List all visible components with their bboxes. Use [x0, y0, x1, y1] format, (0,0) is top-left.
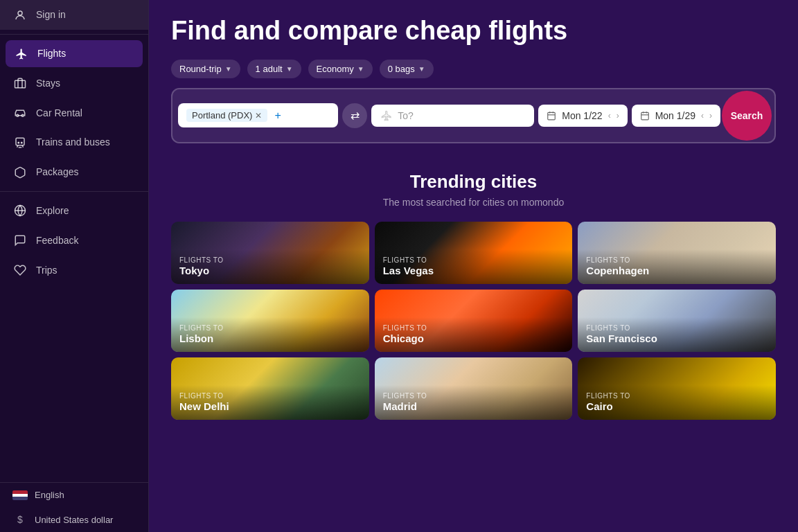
- bags-button[interactable]: 0 bags ▼: [380, 60, 434, 78]
- date-from-next[interactable]: ›: [617, 111, 619, 121]
- sidebar-item-flights[interactable]: Flights: [6, 40, 143, 67]
- sidebar-currency[interactable]: $ United States dollar: [0, 507, 148, 532]
- search-options-row: Round-trip ▼ 1 adult ▼ Economy ▼ 0 bags …: [171, 60, 776, 78]
- date-to-prev[interactable]: ‹: [701, 111, 704, 121]
- origin-input-group[interactable]: Portland (PDX) ✕ +: [178, 103, 338, 127]
- signin-label: Sign in: [36, 9, 66, 20]
- heart-icon: [12, 263, 28, 276]
- sidebar-language[interactable]: English: [0, 483, 148, 507]
- search-bar: Portland (PDX) ✕ + ⇄ To? Mon 1/22 ‹ › Mo…: [171, 88, 776, 143]
- train-icon: [12, 136, 28, 149]
- trains-buses-label: Trains and buses: [36, 136, 110, 148]
- sidebar-item-car-rental[interactable]: Car Rental: [0, 98, 148, 127]
- sidebar-item-stays[interactable]: Stays: [0, 69, 148, 98]
- destination-input[interactable]: To?: [371, 105, 534, 127]
- origin-tag: Portland (PDX) ✕: [186, 109, 267, 122]
- city-overlay-sanfrancisco: FLIGHTS TO San Francisco: [578, 317, 776, 352]
- city-label-tokyo: FLIGHTS TO: [179, 256, 361, 265]
- explore-label: Explore: [36, 205, 69, 216]
- sidebar-bottom: English $ United States dollar: [0, 482, 148, 532]
- city-card-tokyo[interactable]: FLIGHTS TO Tokyo: [171, 222, 369, 284]
- globe-icon: [12, 204, 28, 218]
- city-label-lisbon: FLIGHTS TO: [179, 324, 361, 332]
- city-card-cairo[interactable]: FLIGHTS TO Cairo: [578, 357, 776, 420]
- city-overlay-chicago: FLIGHTS TO Chicago: [375, 317, 573, 352]
- sidebar-item-packages[interactable]: Packages: [0, 157, 148, 187]
- city-name-chicago: Chicago: [383, 332, 565, 345]
- city-card-chicago[interactable]: FLIGHTS TO Chicago: [375, 290, 573, 352]
- sidebar-item-explore[interactable]: Explore: [0, 196, 148, 226]
- city-name-copenhagen: Copenhagen: [586, 265, 768, 277]
- city-overlay-cairo: FLIGHTS TO Cairo: [578, 385, 776, 420]
- sidebar-divider-2: [0, 191, 148, 192]
- city-label-newdelhi: FLIGHTS TO: [179, 392, 361, 400]
- feedback-icon: [12, 233, 28, 247]
- city-card-sanfrancisco[interactable]: FLIGHTS TO San Francisco: [578, 290, 776, 352]
- city-name-sanfrancisco: San Francisco: [586, 332, 768, 345]
- search-button-label: Search: [731, 110, 763, 121]
- city-name-madrid: Madrid: [383, 400, 565, 413]
- search-button[interactable]: Search: [722, 91, 772, 141]
- city-card-newdelhi[interactable]: FLIGHTS TO New Delhi: [171, 357, 369, 420]
- cabin-button[interactable]: Economy ▼: [308, 60, 373, 78]
- trip-type-button[interactable]: Round-trip ▼: [171, 60, 240, 78]
- date-from-prev[interactable]: ‹: [608, 111, 611, 121]
- car-icon: [12, 106, 28, 119]
- city-name-cairo: Cairo: [586, 400, 768, 413]
- main-content: Find and compare cheap flights Round-tri…: [149, 0, 798, 532]
- flights-label: Flights: [37, 48, 66, 59]
- city-label-copenhagen: FLIGHTS TO: [586, 256, 768, 265]
- city-label-sanfrancisco: FLIGHTS TO: [586, 324, 768, 332]
- user-icon: [12, 8, 28, 21]
- city-name-newdelhi: New Delhi: [179, 400, 361, 413]
- sidebar: Sign in Flights Stays Car Rental Trains …: [0, 0, 149, 532]
- city-overlay-madrid: FLIGHTS TO Madrid: [375, 385, 573, 420]
- city-label-lasvegas: FLIGHTS TO: [383, 256, 565, 265]
- language-label: English: [35, 490, 64, 500]
- swap-button[interactable]: ⇄: [342, 103, 367, 128]
- origin-remove-button[interactable]: ✕: [255, 111, 262, 121]
- car-rental-label: Car Rental: [36, 107, 82, 118]
- trip-type-label: Round-trip: [179, 64, 222, 74]
- trending-title: Trending cities: [171, 171, 776, 193]
- sidebar-item-feedback[interactable]: Feedback: [0, 225, 148, 255]
- city-overlay-copenhagen: FLIGHTS TO Copenhagen: [578, 249, 776, 284]
- us-flag: [12, 490, 28, 500]
- svg-rect-13: [641, 112, 648, 120]
- trip-type-chevron: ▼: [225, 65, 232, 73]
- svg-rect-1: [15, 81, 26, 89]
- page-title: Find and compare cheap flights: [171, 17, 776, 46]
- origin-text: Portland (PDX): [192, 110, 252, 121]
- add-origin-button[interactable]: +: [272, 109, 283, 122]
- city-overlay-lasvegas: FLIGHTS TO Las Vegas: [375, 249, 573, 284]
- city-overlay-newdelhi: FLIGHTS TO New Delhi: [171, 385, 369, 420]
- date-to-next[interactable]: ›: [709, 111, 712, 121]
- sidebar-item-trains-buses[interactable]: Trains and buses: [0, 127, 148, 157]
- svg-point-0: [18, 11, 22, 15]
- destination-placeholder: To?: [398, 110, 414, 121]
- city-card-lasvegas[interactable]: FLIGHTS TO Las Vegas: [375, 222, 573, 284]
- city-grid: FLIGHTS TO Tokyo FLIGHTS TO Las Vegas FL…: [171, 222, 776, 420]
- city-card-copenhagen[interactable]: FLIGHTS TO Copenhagen: [578, 222, 776, 284]
- currency-label: United States dollar: [35, 515, 113, 525]
- packages-label: Packages: [36, 166, 78, 177]
- bags-label: 0 bags: [388, 64, 415, 74]
- city-overlay-lisbon: FLIGHTS TO Lisbon: [171, 317, 369, 352]
- city-card-madrid[interactable]: FLIGHTS TO Madrid: [375, 357, 573, 420]
- passengers-button[interactable]: 1 adult ▼: [247, 60, 301, 78]
- city-name-lisbon: Lisbon: [179, 332, 361, 345]
- sidebar-item-trips[interactable]: Trips: [0, 255, 148, 285]
- cabin-chevron: ▼: [357, 65, 364, 73]
- sidebar-item-signin[interactable]: Sign in: [0, 0, 148, 30]
- calendar-icon-to: [640, 111, 650, 121]
- city-overlay-tokyo: FLIGHTS TO Tokyo: [171, 249, 369, 284]
- city-label-chicago: FLIGHTS TO: [383, 324, 565, 332]
- trending-section: Trending cities The most searched for ci…: [171, 171, 776, 420]
- calendar-icon-from: [547, 111, 556, 121]
- date-to-group[interactable]: Mon 1/29 ‹ ›: [632, 105, 720, 127]
- bags-chevron: ▼: [418, 65, 425, 73]
- city-card-lisbon[interactable]: FLIGHTS TO Lisbon: [171, 290, 369, 352]
- date-to-text: Mon 1/29: [655, 110, 695, 121]
- svg-point-6: [21, 142, 23, 143]
- date-from-group[interactable]: Mon 1/22 ‹ ›: [538, 105, 627, 127]
